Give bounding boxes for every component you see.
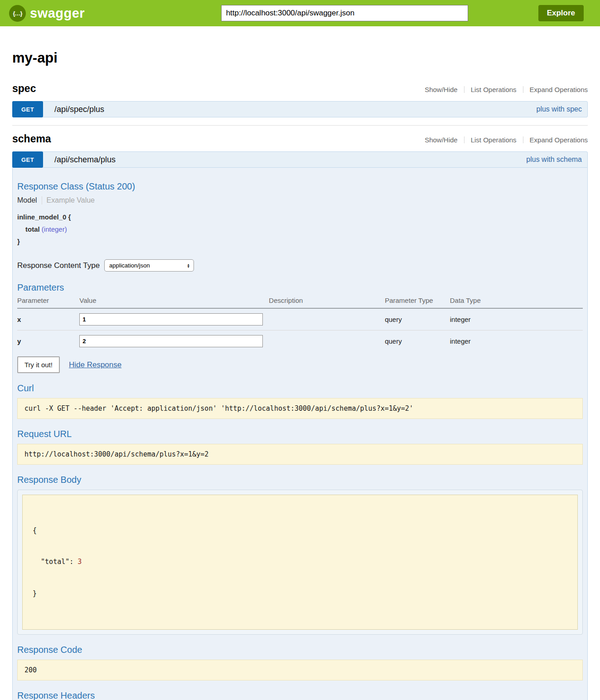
page-title: my-api [12, 50, 588, 66]
swagger-logo-icon: {…} [9, 5, 26, 22]
response-content-type-select[interactable]: application/json ▲▼ [104, 259, 194, 272]
parameters-heading: Parameters [17, 282, 583, 293]
list-operations-link[interactable]: List Operations [471, 136, 517, 144]
param-type: query [385, 308, 450, 331]
parameter-row-y: y query integer [17, 331, 583, 352]
model-property-type: (integer) [42, 225, 67, 233]
explore-button[interactable]: Explore [538, 5, 584, 21]
model-signature: inline_model_0 { total (integer) } [17, 211, 583, 248]
section-divider [12, 125, 588, 126]
show-hide-link[interactable]: Show/Hide [425, 136, 458, 144]
tab-divider [42, 196, 42, 204]
response-body-block: { "total": 3 } [22, 495, 578, 630]
endpoint-row-spec-plus[interactable]: GET /api/spec/plus plus with spec [12, 101, 588, 117]
curl-heading: Curl [17, 383, 583, 394]
param-data-type: integer [450, 308, 583, 331]
control-divider [523, 86, 523, 93]
control-divider [464, 136, 465, 143]
top-header-bar: {…} swagger Explore [0, 0, 600, 26]
json-number-value: 3 [77, 558, 82, 566]
request-url-block: http://localhost:3000/api/schema/plus?x=… [17, 444, 583, 465]
param-value-input-y[interactable] [79, 335, 263, 347]
select-arrows-icon: ▲▼ [187, 263, 190, 268]
swagger-logo[interactable]: {…} swagger [9, 5, 85, 22]
model-open: inline_model_0 { [17, 211, 583, 223]
response-class-heading: Response Class (Status 200) [17, 181, 583, 192]
param-type: query [385, 331, 450, 352]
control-divider [523, 136, 523, 143]
response-body-panel: { "total": 3 } [17, 490, 583, 635]
brand-name: swagger [30, 6, 85, 21]
col-header-description: Description [269, 294, 385, 308]
json-open-brace: { [33, 525, 567, 536]
response-content-type-label: Response Content Type [17, 261, 100, 270]
col-header-parameter: Parameter [17, 294, 79, 308]
get-method-button[interactable]: GET [12, 151, 43, 168]
response-body-heading: Response Body [17, 475, 583, 485]
show-hide-link[interactable]: Show/Hide [425, 86, 458, 93]
tab-model[interactable]: Model [17, 196, 37, 204]
parameters-table: Parameter Value Description Parameter Ty… [17, 294, 583, 352]
resource-heading-spec[interactable]: spec [12, 83, 36, 95]
response-headers-heading: Response Headers [17, 690, 583, 700]
spec-url-input[interactable] [221, 5, 468, 21]
request-url-heading: Request URL [17, 429, 583, 439]
endpoint-path[interactable]: /api/schema/plus [54, 155, 116, 165]
model-tabs: Model Example Value [17, 196, 583, 204]
parameter-row-x: x query integer [17, 308, 583, 331]
resource-controls-schema: Show/Hide List Operations Expand Operati… [425, 136, 588, 144]
param-name: x [17, 308, 79, 331]
expand-operations-link[interactable]: Expand Operations [530, 136, 588, 144]
response-code-heading: Response Code [17, 645, 583, 655]
curl-command-block: curl -X GET --header 'Accept: applicatio… [17, 398, 583, 419]
endpoint-path[interactable]: /api/spec/plus [54, 105, 104, 114]
col-header-data-type: Data Type [450, 294, 583, 308]
col-header-value: Value [79, 294, 269, 308]
get-method-button[interactable]: GET [12, 101, 43, 117]
selected-content-type: application/json [109, 262, 150, 269]
list-operations-link[interactable]: List Operations [471, 86, 517, 93]
param-value-input-x[interactable] [79, 313, 263, 326]
endpoint-row-schema-plus[interactable]: GET /api/schema/plus plus with schema [12, 151, 588, 168]
resource-controls-spec: Show/Hide List Operations Expand Operati… [425, 86, 588, 93]
resource-section-schema: schema Show/Hide List Operations Expand … [12, 133, 588, 700]
param-data-type: integer [450, 331, 583, 352]
endpoint-summary-link[interactable]: plus with schema [526, 156, 582, 164]
endpoint-summary-link[interactable]: plus with spec [537, 105, 582, 113]
try-it-out-button[interactable]: Try it out! [17, 356, 60, 373]
model-close: } [17, 235, 583, 248]
tab-example-value[interactable]: Example Value [47, 196, 95, 204]
hide-response-link[interactable]: Hide Response [69, 360, 121, 369]
col-header-parameter-type: Parameter Type [385, 294, 450, 308]
resource-section-spec: spec Show/Hide List Operations Expand Op… [12, 83, 588, 117]
param-description [269, 308, 385, 331]
control-divider [464, 86, 465, 93]
json-close-brace: } [33, 588, 567, 599]
response-code-block: 200 [17, 660, 583, 681]
param-description [269, 331, 385, 352]
param-name: y [17, 331, 79, 352]
model-property-name: total [25, 225, 40, 233]
operation-expanded-content: Response Class (Status 200) Model Exampl… [12, 168, 588, 700]
expand-operations-link[interactable]: Expand Operations [530, 86, 588, 93]
resource-heading-schema[interactable]: schema [12, 133, 51, 145]
json-key: "total": [33, 558, 77, 566]
